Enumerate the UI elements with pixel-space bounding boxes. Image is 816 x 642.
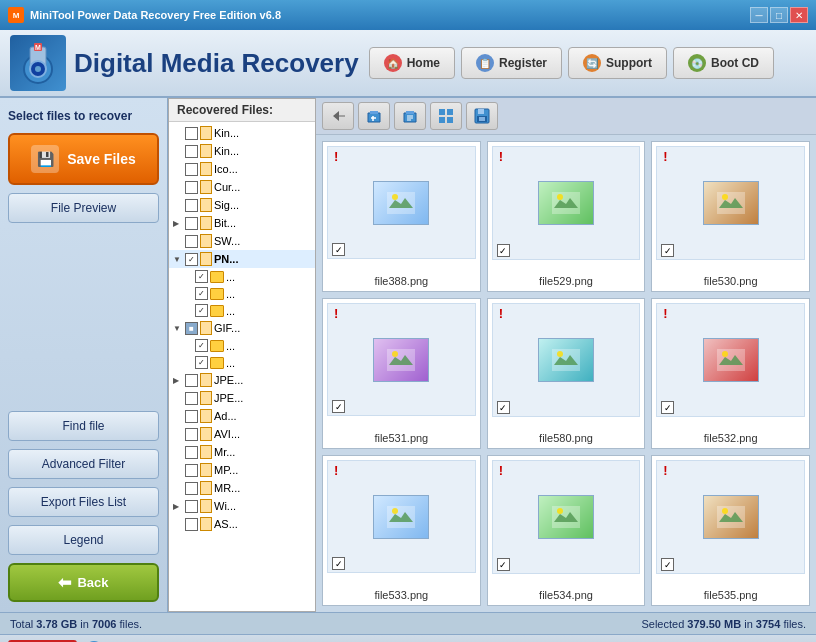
error-badge: ! (663, 149, 667, 164)
thumbnail-item[interactable]: ! ✓ file580.png (487, 298, 646, 449)
thumbnails-grid: ! ✓ file388.png ! ✓ file529.png (316, 135, 816, 612)
advanced-filter-button[interactable]: Advanced Filter (8, 449, 159, 479)
error-badge: ! (334, 463, 338, 478)
tree-item[interactable]: Mr... (169, 443, 315, 461)
save-files-button[interactable]: 💾 Save Files (8, 133, 159, 185)
tree-item[interactable]: Ad... (169, 407, 315, 425)
thumbnail-item[interactable]: ! ✓ file535.png (651, 455, 810, 606)
thumbnail-item[interactable]: ! ✓ file530.png (651, 141, 810, 292)
save-toolbar-button[interactable] (466, 102, 498, 130)
add-toolbar-button[interactable] (358, 102, 390, 130)
svg-point-31 (722, 508, 728, 514)
folder-icon (210, 340, 224, 352)
tree-item[interactable]: ✓ ... (179, 337, 315, 354)
export-files-list-button[interactable]: Export Files List (8, 487, 159, 517)
home-button[interactable]: 🏠 Home (369, 47, 455, 79)
tree-item[interactable]: ▶ Wi... (169, 497, 315, 515)
tree-item[interactable]: JPE... (169, 389, 315, 407)
tree-item[interactable]: ▼ ■ GIF... (169, 319, 315, 337)
tree-item[interactable]: SW... (169, 232, 315, 250)
tree-item[interactable]: AVI... (169, 425, 315, 443)
support-button[interactable]: 🔄 Support (568, 47, 667, 79)
app-logo: M Digital Media Recovery (10, 35, 359, 91)
folder-icon (210, 357, 224, 369)
tree-item[interactable]: Kin... (169, 142, 315, 160)
window-title: MiniTool Power Data Recovery Free Editio… (30, 9, 281, 21)
svg-rect-22 (552, 349, 580, 371)
minimize-button[interactable]: ─ (750, 7, 768, 23)
support-icon: 🔄 (583, 54, 601, 72)
main-content: Recovered Files: Kin... Kin... (168, 98, 816, 612)
thumbnail-item[interactable]: ! ✓ file534.png (487, 455, 646, 606)
tree-item[interactable]: ▼ ✓ PN... (169, 250, 315, 268)
thumb-checkbox[interactable]: ✓ (497, 243, 510, 257)
tree-item[interactable]: ▶ Bit... (169, 214, 315, 232)
svg-rect-6 (439, 109, 445, 115)
thumb-checkbox[interactable]: ✓ (661, 557, 674, 571)
svg-rect-20 (387, 349, 415, 371)
boot-cd-button[interactable]: 💿 Boot CD (673, 47, 774, 79)
content-toolbar (316, 98, 816, 135)
thumb-checkbox[interactable]: ✓ (332, 556, 345, 570)
svg-point-29 (557, 508, 563, 514)
tree-item[interactable]: ▶ JPE... (169, 371, 315, 389)
tree-item[interactable]: ✓ ... (179, 354, 315, 371)
svg-point-23 (557, 351, 563, 357)
tree-item[interactable]: Sig... (169, 196, 315, 214)
select-label: Select files to recover (8, 108, 159, 125)
thumbnail-item[interactable]: ! ✓ file531.png (322, 298, 481, 449)
svg-rect-7 (447, 109, 453, 115)
thumb-filename: file531.png (374, 432, 428, 444)
thumb-filename: file534.png (539, 589, 593, 601)
back-button[interactable]: ⬅ Back (8, 563, 159, 602)
tree-item[interactable]: ✓ ... (179, 302, 315, 319)
app-name: Digital Media Recovery (74, 48, 359, 79)
edit-toolbar-button[interactable] (394, 102, 426, 130)
view-toolbar-button[interactable] (430, 102, 462, 130)
thumb-checkbox[interactable]: ✓ (497, 400, 510, 414)
legend-button[interactable]: Legend (8, 525, 159, 555)
app-icon: M (8, 7, 24, 23)
tree-item[interactable]: MR... (169, 479, 315, 497)
tree-item[interactable]: AS... (169, 515, 315, 533)
thumb-checkbox[interactable]: ✓ (661, 243, 674, 257)
svg-rect-13 (479, 117, 485, 121)
svg-point-15 (392, 194, 398, 200)
maximize-button[interactable]: □ (770, 7, 788, 23)
tree-item[interactable]: ✓ ... (179, 268, 315, 285)
thumbnail-item[interactable]: ! ✓ file388.png (322, 141, 481, 292)
tree-item[interactable]: ✓ ... (179, 285, 315, 302)
file-preview-button[interactable]: File Preview (8, 193, 159, 223)
error-badge: ! (334, 149, 338, 164)
thumb-checkbox[interactable]: ✓ (497, 557, 510, 571)
thumbnail-item[interactable]: ! ✓ file533.png (322, 455, 481, 606)
thumb-checkbox[interactable]: ✓ (332, 399, 345, 413)
tree-item[interactable]: Kin... (169, 124, 315, 142)
find-file-button[interactable]: Find file (8, 411, 159, 441)
thumb-filename: file530.png (704, 275, 758, 287)
window-controls: ─ □ ✕ (750, 7, 808, 23)
thumbnail-item[interactable]: ! ✓ file529.png (487, 141, 646, 292)
thumb-checkbox[interactable]: ✓ (661, 400, 674, 414)
content-panel: ! ✓ file388.png ! ✓ file529.png (316, 98, 816, 612)
statusbar: Total 3.78 GB in 7006 files. Selected 37… (0, 612, 816, 634)
thumb-checkbox[interactable]: ✓ (332, 242, 345, 256)
thumbnail-item[interactable]: ! ✓ file532.png (651, 298, 810, 449)
thumb-filename: file529.png (539, 275, 593, 287)
svg-point-27 (392, 508, 398, 514)
register-button[interactable]: 📋 Register (461, 47, 562, 79)
tree-item[interactable]: MP... (169, 461, 315, 479)
tree-item[interactable]: Ico... (169, 160, 315, 178)
svg-rect-28 (552, 506, 580, 528)
close-button[interactable]: ✕ (790, 7, 808, 23)
svg-rect-24 (717, 349, 745, 371)
tree-item[interactable]: Cur... (169, 178, 315, 196)
error-badge: ! (663, 306, 667, 321)
svg-point-19 (722, 194, 728, 200)
bottombar: MiniTool i Add check marks for desired f… (0, 634, 816, 642)
selected-info: Selected 379.50 MB in 3754 files. (641, 618, 806, 630)
back-toolbar-button[interactable] (322, 102, 354, 130)
svg-point-21 (392, 351, 398, 357)
svg-rect-11 (478, 109, 484, 114)
filetree-body[interactable]: Kin... Kin... Ico... (169, 122, 315, 611)
